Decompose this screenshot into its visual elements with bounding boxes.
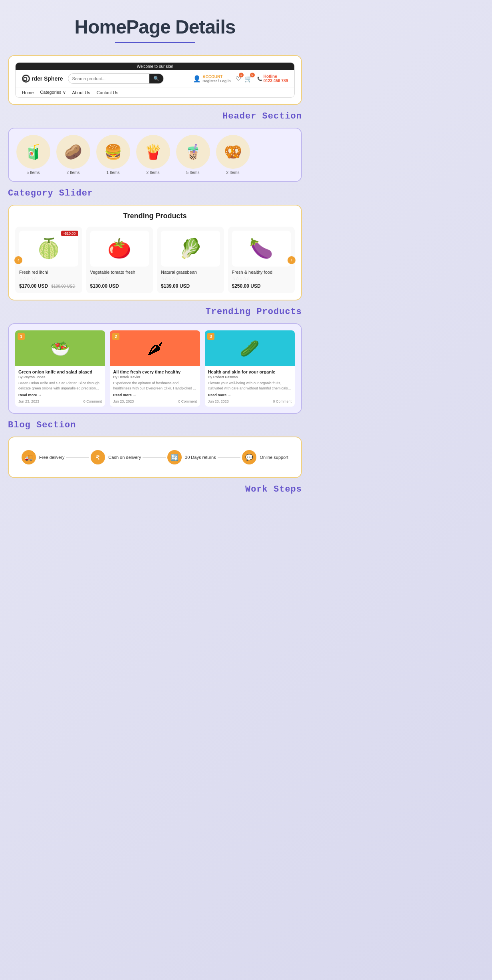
header-search[interactable]: 🔍 [68,73,164,84]
product-name-2: Natural grassbean [161,270,220,275]
blog-section-label: Blog Section [8,420,302,430]
header-section-label: Header Section [8,111,302,121]
header-top-bar: Welcome to our site! [16,63,294,70]
product-price-row-1: $130.00 USD [90,282,149,289]
blog-excerpt-2: Elevate your well-being with our organic… [208,381,292,391]
category-label-4: 5 Items [186,170,200,175]
blog-excerpt-1: Experience the epitome of freshness and … [113,381,196,391]
trending-products-title: Trending Products [15,212,295,220]
product-card-1[interactable]: 🍅 Vegetable tomato fresh ☆☆☆☆☆ $130.00 U… [86,227,153,293]
category-label-1: 2 Items [67,170,80,175]
category-label-0: 5 Items [27,170,40,175]
blog-num-2: 3 [207,333,214,340]
blog-date-1: Jun 23, 2023 [113,399,134,403]
blog-comment-0: 0 Comment [83,399,102,403]
category-img-3: 🍟 [136,135,170,169]
nav-about[interactable]: About Us [72,90,90,95]
hotline-number: 0123 456 789 [264,79,288,83]
header-actions: 👤 ACCOUNT Register / Log in ♡ 1 🛒 0 [193,74,288,83]
step-icon-1: ₹ [91,450,105,464]
category-item-1[interactable]: 🥔 2 Items [55,135,91,175]
blog-title-0: Green onion knife and salad plased [18,369,102,374]
header-icon-group: ♡ 1 🛒 0 [236,75,252,83]
blog-title-1: All time fresh every time healthy [113,369,196,374]
blog-img-0: 1 🥗 [15,330,105,366]
step-label-2: 30 Days returns [185,455,216,460]
slider-left-arrow[interactable]: ‹ [14,256,22,264]
step-divider-1 [66,457,89,458]
category-item-4[interactable]: 🧋 5 Items [175,135,211,175]
header-hotline: 📞 Hotline 0123 456 789 [257,74,288,83]
category-item-3[interactable]: 🍟 2 Items [135,135,171,175]
product-old-price-0: $180.00 USD [52,284,75,288]
category-slider: 🧃 5 Items 🥔 2 Items 🍔 1 Items 🍟 2 Items … [15,135,295,175]
work-step-2: 🔄 30 Days returns [167,450,216,464]
step-icon-3: 💬 [242,450,256,464]
product-price-1: $130.00 USD [90,283,119,289]
trending-products-label: Trending Products [8,307,302,317]
product-price-3: $250.00 USD [232,283,261,289]
category-item-2[interactable]: 🍔 1 Items [95,135,131,175]
product-card-0[interactable]: -$10.00 🍈 Fresh red litchi ☆☆☆☆☆ $170.00… [15,227,82,293]
step-icon-2: 🔄 [167,450,182,464]
products-wrapper: ‹ -$10.00 🍈 Fresh red litchi ☆☆☆☆☆ $170.… [15,227,295,293]
step-label-3: Online support [260,455,288,460]
hotline-label: Hotline [264,74,288,79]
slider-right-arrow[interactable]: › [288,256,296,264]
nav-home[interactable]: Home [22,90,34,95]
blog-read-more-1[interactable]: Read more → [113,393,196,397]
product-name-0: Fresh red litchi [19,270,78,275]
product-price-row-3: $250.00 USD [232,282,291,289]
product-price-row-2: $139.00 USD [161,282,220,289]
cart-icon[interactable]: 🛒 0 [244,75,252,83]
product-card-2[interactable]: 🥬 Natural grassbean ☆☆☆☆☆ $139.00 USD [157,227,224,293]
blog-date-2: Jun 23, 2023 [208,399,229,403]
blog-date-0: Jun 23, 2023 [18,399,39,403]
logo-circle: O [22,75,30,83]
blog-read-more-0[interactable]: Read more → [18,393,102,397]
search-input[interactable] [68,75,149,83]
blog-footer-1: Jun 23, 2023 0 Comment [113,399,196,403]
wishlist-icon[interactable]: ♡ 1 [236,75,241,83]
products-grid: -$10.00 🍈 Fresh red litchi ☆☆☆☆☆ $170.00… [15,227,295,293]
product-badge-0: -$10.00 [61,231,78,236]
blog-author-0: By Peyton Jones [18,375,102,379]
category-slider-label: Category Slider [8,188,302,198]
product-img-3: 🍆 [232,231,291,267]
category-item-0[interactable]: 🧃 5 Items [15,135,51,175]
wishlist-badge: 1 [239,73,244,77]
blog-img-2: 3 🥒 [205,330,295,366]
account-link[interactable]: 👤 ACCOUNT Register / Log in [193,75,231,83]
header-logo: O rder Sphere [22,75,63,83]
title-underline [115,42,195,43]
product-img-1: 🍅 [90,231,149,267]
nav-categories[interactable]: Categories ∨ [40,90,65,95]
step-divider-3 [218,457,241,458]
nav-contact[interactable]: Contact Us [97,90,118,95]
step-icon-0: 🚚 [22,450,36,464]
logo-text: rder Sphere [32,75,63,82]
category-item-5[interactable]: 🥨 2 Items [215,135,251,175]
blog-footer-0: Jun 23, 2023 0 Comment [18,399,102,403]
hotline-icon: 📞 [257,77,262,81]
product-card-3[interactable]: 🍆 Fresh & healthy food ☆☆☆☆☆ $250.00 USD [228,227,295,293]
work-step-3: 💬 Online support [242,450,288,464]
blog-num-1: 2 [112,333,119,340]
work-steps-box: 🚚 Free delivery ₹ Cash on delivery 🔄 30 … [8,437,302,478]
cart-badge: 0 [250,73,255,77]
category-label-2: 1 Items [107,170,120,175]
work-steps: 🚚 Free delivery ₹ Cash on delivery 🔄 30 … [15,444,295,471]
blog-img-1: 2 🌶 [110,330,200,366]
search-button[interactable]: 🔍 [149,74,163,83]
category-img-0: 🧃 [16,135,50,169]
category-label-5: 2 Items [226,170,240,175]
blog-excerpt-0: Green Onion Knife and Salad Platter. Sli… [18,381,102,391]
step-label-1: Cash on delivery [108,455,141,460]
product-name-3: Fresh & healthy food [232,270,291,275]
category-img-4: 🧋 [176,135,210,169]
blog-read-more-2[interactable]: Read more → [208,393,292,397]
product-stars-3: ☆☆☆☆☆ [232,276,291,281]
product-stars-0: ☆☆☆☆☆ [19,276,78,281]
product-stars-2: ☆☆☆☆☆ [161,276,220,281]
product-price-row-0: $170.00 USD $180.00 USD [19,282,78,289]
